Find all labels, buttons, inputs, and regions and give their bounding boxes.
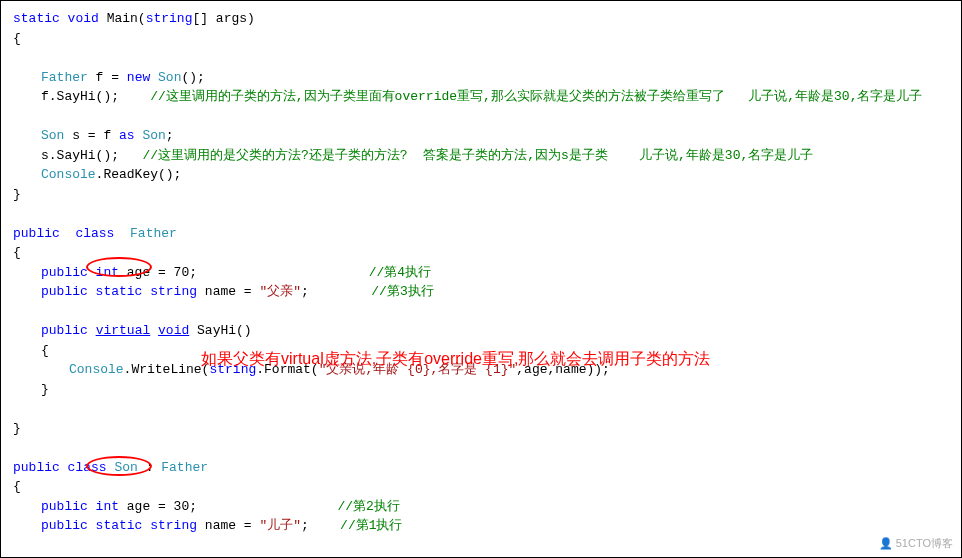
method-decl: public virtual void SayHi() xyxy=(13,321,949,341)
code-line: Father f = new Son(); xyxy=(13,68,949,88)
brace: } xyxy=(13,185,949,205)
brace: } xyxy=(13,419,949,439)
class-decl: public class Father xyxy=(13,224,949,244)
blank-line xyxy=(13,204,949,224)
class-decl: public class Son : Father xyxy=(13,458,949,478)
annotation-text: 如果父类有virtual虚方法,子类有override重写,那么就会去调用子类的… xyxy=(201,347,710,371)
code-line: public int age = 70; //第4执行 xyxy=(13,263,949,283)
code-line: public int age = 30; //第2执行 xyxy=(13,497,949,517)
code-line: public static string name = "儿子"; //第1执行 xyxy=(13,516,949,536)
blank-line xyxy=(13,107,949,127)
code-line: f.SayHi(); //这里调用的子类的方法,因为子类里面有override重… xyxy=(13,87,949,107)
code-line: static void Main(string[] args) xyxy=(13,9,949,29)
blank-line xyxy=(13,399,949,419)
code-line: public static string name = "父亲"; //第3执行 xyxy=(13,282,949,302)
virtual-keyword: virtual xyxy=(96,323,151,338)
brace: { xyxy=(13,477,949,497)
brace: { xyxy=(13,29,949,49)
blank-line xyxy=(13,48,949,68)
watermark: 👤 51CTO博客 xyxy=(879,535,953,552)
code-line: s.SayHi(); //这里调用的是父类的方法?还是子类的方法? 答案是子类的… xyxy=(13,146,949,166)
brace: } xyxy=(13,380,949,400)
blank-line xyxy=(13,302,949,322)
brace: { xyxy=(13,243,949,263)
code-block: static void Main(string[] args) { Father… xyxy=(13,9,949,558)
code-line: Console.ReadKey(); xyxy=(13,165,949,185)
blank-line xyxy=(13,536,949,556)
code-line: Son s = f as Son; xyxy=(13,126,949,146)
blank-line xyxy=(13,438,949,458)
